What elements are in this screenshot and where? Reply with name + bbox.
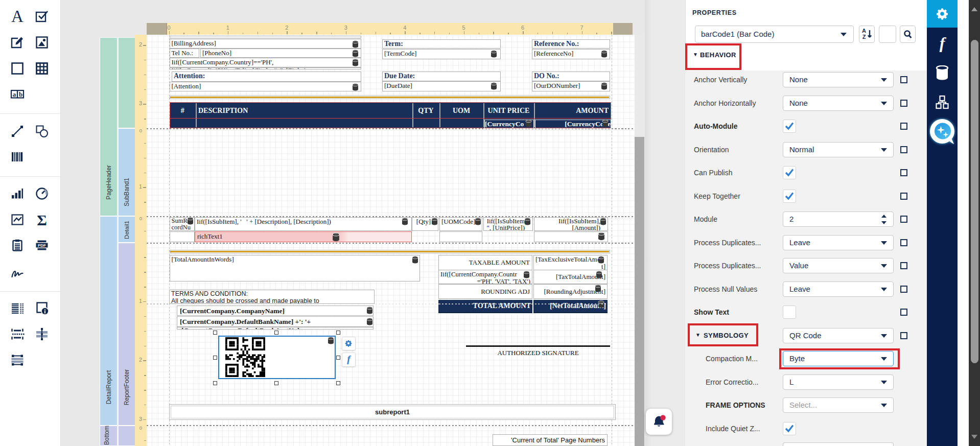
svg-text:a: a bbox=[13, 90, 16, 98]
svg-text:A: A bbox=[862, 28, 866, 34]
svg-text:b: b bbox=[19, 90, 22, 98]
svg-text:Z: Z bbox=[862, 34, 866, 40]
svg-text:Σ: Σ bbox=[37, 213, 47, 227]
svg-text:A: A bbox=[11, 9, 24, 24]
svg-text:PDF: PDF bbox=[38, 243, 46, 248]
